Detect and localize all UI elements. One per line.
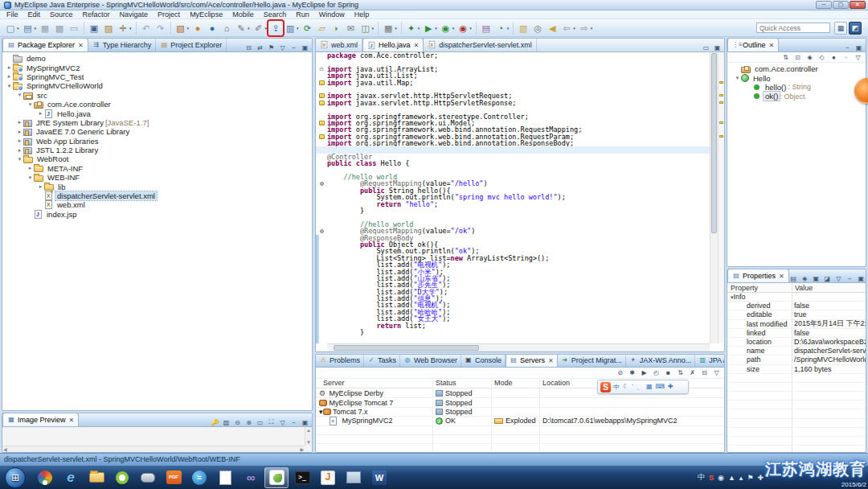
input-indicator-tray-icon[interactable]: 中 (698, 472, 705, 483)
image-preview-tool-icon[interactable]: ▭ (256, 419, 264, 426)
image-preview-tool-icon[interactable]: ▨ (222, 419, 231, 426)
visual-studio-taskbar-button[interactable]: ∞ (239, 467, 263, 488)
menu-run[interactable]: Run (291, 10, 314, 19)
redo-button[interactable]: ↷ (154, 21, 168, 35)
property-row-last-modified[interactable]: last modified2015年5月14日 下午2:53:16 (727, 320, 866, 329)
restore-button[interactable]: ▢ (833, 1, 849, 9)
editor-hscrollbar[interactable] (327, 343, 710, 351)
wifi-tray-icon[interactable]: ▲ (728, 474, 735, 482)
properties-tool-icon[interactable]: ▣ (857, 275, 866, 282)
search-button[interactable]: ◎ (530, 21, 545, 35)
property-row-path[interactable]: path/SpringMVCHelloWorld/W... (727, 355, 866, 364)
close-button[interactable]: ✕ (850, 1, 866, 9)
property-row-linked[interactable]: linkedfalse (727, 329, 866, 338)
derby-db-button[interactable]: ● (190, 21, 205, 35)
server-tool-icon[interactable]: ■ (664, 369, 673, 376)
outline-item-hello[interactable]: hello() : String (727, 83, 866, 92)
outline-item-ok[interactable]: ok() : Object (727, 92, 866, 101)
menu-search[interactable]: Search (259, 10, 292, 19)
properties-tool-icon[interactable]: ▽ (834, 275, 843, 282)
command-prompt-taskbar-button[interactable]: >_ (290, 467, 314, 488)
property-row-size[interactable]: size1,160 bytes (727, 365, 866, 374)
tree-item-springmvc-test[interactable]: ▸SpringMVC_Test (2, 72, 312, 81)
outline-tool-icon[interactable]: ◈ (805, 54, 814, 61)
dropdown-caret-icon[interactable]: ▾ (507, 26, 510, 31)
view-tool-icon[interactable]: ⊟ (244, 44, 253, 51)
manage-deployments-button[interactable]: ▥▾ (283, 21, 301, 35)
property-row-location[interactable]: locationD:\6Java\workspaceB2\Sp... (727, 338, 866, 347)
image-preview-hscrollbar[interactable]: ◀ ▶ (2, 446, 305, 452)
menu-help[interactable]: Help (350, 10, 375, 19)
tab-package-explorer[interactable]: ▤Package Explorer✕ (2, 38, 88, 51)
tab-outline[interactable]: ⋮≡ Outline ✕ (727, 38, 779, 51)
pdf-reader-taskbar-button[interactable]: PDF (162, 467, 186, 488)
image-preview-tool-icon[interactable]: ⛶ (267, 418, 276, 426)
col-server[interactable]: Server (323, 379, 345, 387)
menu-project[interactable]: Project (153, 10, 185, 19)
outline-tool-icon[interactable]: ▽ (854, 54, 862, 61)
view-tool-icon[interactable]: ⚑ (267, 44, 276, 51)
outline-item-hello[interactable]: ▾Hello (727, 73, 866, 82)
menu-myeclipse[interactable]: MyEclipse (185, 10, 227, 19)
dropdown-caret-icon[interactable]: ▾ (129, 26, 132, 31)
tree-item-lib[interactable]: ▸lib (2, 182, 312, 191)
sogou-logo-icon[interactable]: S (600, 382, 611, 392)
fold-minus-icon[interactable]: ⊖ (319, 66, 324, 72)
tree-item-dispatcherservlet-servlet-xml[interactable]: dispatcherServlet-servlet.xml (2, 191, 312, 200)
tab-jpa-annotati[interactable]: ▥JPA Annotati... (695, 354, 725, 367)
tree-item-jstl-1-2-2-library[interactable]: ▸JSTL 1.2.2 Library (2, 146, 312, 154)
image-designer-button[interactable]: ▨ (101, 21, 116, 35)
tab-image-preview[interactable]: ▦ Image Preview ✕ (2, 413, 79, 426)
dropdown-caret-icon[interactable]: ▾ (395, 26, 397, 31)
quick-access-input[interactable] (756, 23, 830, 33)
close-icon[interactable]: ✕ (69, 417, 75, 424)
tab-project-explorer[interactable]: ▤Project Explorer (156, 38, 227, 51)
tree-item-com-ace-controller[interactable]: ▾com.Ace.controller (2, 100, 312, 109)
sogou-tool-icon[interactable]: ✚ (668, 383, 674, 392)
tree-item-web-inf[interactable]: ▾WEB-INF (2, 173, 312, 182)
tab-console[interactable]: ▣Console (461, 354, 506, 367)
menu-source[interactable]: Source (45, 10, 78, 19)
thunder-taskbar-button[interactable]: ≈ (187, 467, 211, 488)
tab-jax-ws-anno[interactable]: ✦JAX-WS Anno... (626, 354, 696, 367)
notepad-taskbar-button[interactable] (213, 467, 237, 488)
sogou-tool-icon[interactable]: 中 (613, 383, 620, 392)
tree-item-index-jsp[interactable]: index.jsp (2, 210, 312, 219)
ruler-warning-tick[interactable] (719, 135, 723, 138)
editor-tab-dispatcherservlet-servlet-xml[interactable]: dispatcherServlet-servlet.xml (424, 38, 537, 51)
tab-web-browser[interactable]: ◍Web Browser (400, 354, 461, 367)
forward-button[interactable]: ⇨▾ (577, 21, 595, 35)
server-row-tomcat-7-x[interactable]: ▾ Tomcat 7.xStopped (316, 408, 724, 417)
menu-edit[interactable]: Edit (23, 10, 46, 19)
col-mode[interactable]: Mode (494, 379, 513, 387)
image-preview-tool-icon[interactable]: ⊕ (244, 419, 253, 426)
col-property[interactable]: Property (731, 284, 758, 292)
java-tool-taskbar-button[interactable]: J (316, 467, 340, 488)
safety-shield-tray-icon[interactable]: ✚ (757, 474, 764, 482)
word-taskbar-button[interactable]: W (367, 467, 391, 488)
tab-type-hierarchy[interactable]: ⇶Type Hierarchy (88, 38, 157, 51)
sogou-input-bar[interactable]: S 中☾’、▦⌨✚ (597, 380, 689, 394)
refresh-workspace-button[interactable]: ⟳ (301, 21, 315, 35)
image-tools-button[interactable]: ▦▾ (381, 21, 399, 35)
properties-tool-icon[interactable]: ▣ (812, 275, 821, 282)
editor-view-icon[interactable]: ▣ (713, 44, 722, 51)
tree-item-springmvchelloworld[interactable]: ▾SpringMVCHelloWorld (2, 81, 312, 90)
dropdown-caret-icon[interactable]: ▾ (17, 26, 19, 31)
build-button[interactable]: ✛▾ (116, 21, 133, 35)
tree-item-src[interactable]: ▾src (2, 91, 312, 100)
show-hidden-tray-icon[interactable]: ▴ (739, 474, 743, 482)
ruler-warning-tick[interactable] (719, 101, 723, 104)
last-edit-location-button[interactable]: ◀ (545, 21, 559, 35)
dropdown-caret-icon[interactable]: ▾ (591, 26, 593, 31)
menu-navigate[interactable]: Navigate (115, 10, 154, 19)
dropdown-caret-icon[interactable]: ▾ (187, 26, 190, 31)
new-java-project-button[interactable]: ▤▾ (21, 21, 39, 35)
server-tool-icon[interactable]: ◴ (652, 369, 661, 376)
expand-arrow-icon[interactable]: ▾ (319, 408, 323, 416)
dropdown-caret-icon[interactable]: ▾ (452, 26, 455, 31)
properties-tool-icon[interactable]: − (845, 275, 854, 282)
image-preview-vscrollbar[interactable]: ▲ ▼ (305, 427, 312, 446)
dropdown-caret-icon[interactable]: ▾ (297, 26, 299, 31)
tab-problems[interactable]: ⚠Problems (316, 354, 364, 367)
